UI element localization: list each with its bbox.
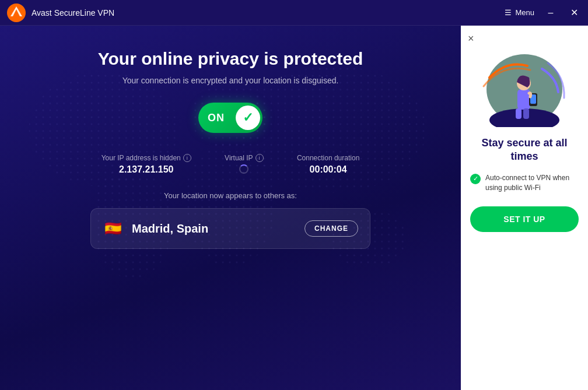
hamburger-icon: ☰ — [505, 8, 512, 17]
checkmark-icon: ✓ — [473, 175, 478, 182]
duration-label: Connection duration — [297, 154, 359, 162]
avast-logo-icon — [7, 3, 26, 22]
promo-svg-illustration — [478, 45, 571, 127]
title-bar-controls: ☰ Menu – ✕ — [505, 6, 581, 20]
svg-rect-12 — [516, 108, 522, 119]
main-layout: Your online privacy is protected Your co… — [0, 26, 588, 390]
vpn-toggle-container: ON ✓ — [198, 103, 262, 133]
feature-check-icon: ✓ — [470, 174, 481, 184]
stats-row: Your IP address is hidden i 2.137.21.150… — [85, 154, 376, 175]
checkmark-icon: ✓ — [243, 110, 253, 125]
virtual-ip-loading-spinner — [239, 164, 249, 174]
toggle-label: ON — [208, 112, 225, 124]
duration-value: 00:00:04 — [310, 164, 347, 175]
toggle-knob: ✓ — [236, 106, 260, 130]
hero-subtitle: Your connection is encrypted and your lo… — [123, 76, 339, 85]
right-panel: × — [461, 26, 588, 390]
virtual-ip-label: Virtual IP i — [225, 154, 263, 162]
close-promo-button[interactable]: × — [468, 33, 474, 45]
location-label: Your location now appears to others as: — [164, 191, 297, 200]
location-card: 🇪🇸 Madrid, Spain CHANGE — [90, 208, 370, 249]
promo-title: Stay secure at all times — [470, 136, 579, 164]
virtual-ip-info-icon[interactable]: i — [256, 154, 264, 162]
change-location-button[interactable]: CHANGE — [304, 220, 358, 237]
set-it-up-button[interactable]: SET IT UP — [470, 206, 579, 232]
vpn-toggle[interactable]: ON ✓ — [198, 103, 262, 133]
location-left: 🇪🇸 Madrid, Spain — [103, 218, 208, 239]
app-title: Avast SecureLine VPN — [32, 8, 114, 17]
ip-label: Your IP address is hidden i — [102, 154, 191, 162]
minimize-button[interactable]: – — [544, 6, 558, 20]
ip-value: 2.137.21.150 — [119, 164, 173, 175]
title-bar: Avast SecureLine VPN ☰ Menu – ✕ — [0, 0, 588, 26]
feature-item-wifi: ✓ Auto-connect to VPN when using public … — [470, 173, 579, 193]
title-bar-left: Avast SecureLine VPN — [7, 3, 114, 22]
location-name: Madrid, Spain — [132, 222, 208, 236]
virtual-ip-stat: Virtual IP i — [225, 154, 263, 175]
hero-title: Your online privacy is protected — [98, 49, 363, 69]
promo-illustration — [478, 45, 571, 127]
left-panel: Your online privacy is protected Your co… — [0, 26, 461, 390]
menu-button[interactable]: ☰ Menu — [505, 8, 534, 17]
close-button[interactable]: ✕ — [567, 6, 581, 20]
ip-stat: Your IP address is hidden i 2.137.21.150 — [102, 154, 191, 175]
feature-text: Auto-connect to VPN when using public Wi… — [485, 173, 579, 193]
ip-info-icon[interactable]: i — [183, 154, 191, 162]
duration-stat: Connection duration 00:00:04 — [297, 154, 359, 175]
country-flag-icon: 🇪🇸 — [103, 218, 124, 239]
svg-rect-13 — [523, 108, 529, 119]
